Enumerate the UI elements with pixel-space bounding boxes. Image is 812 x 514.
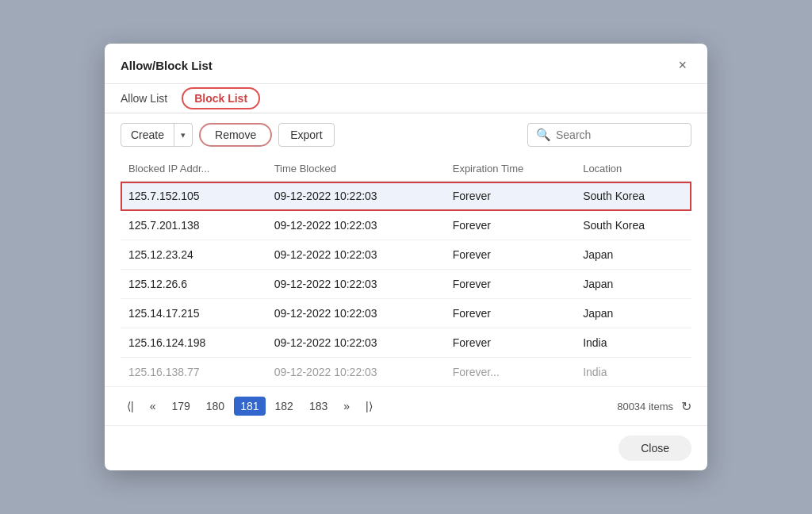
table-row[interactable]: 125.16.138.7709-12-2022 10:22:03Forever.…: [121, 358, 691, 387]
cell-ip: 125.16.138.77: [121, 358, 266, 387]
table-header: Blocked IP Addr... Time Blocked Expirati…: [121, 156, 691, 182]
cell-time_blocked: 09-12-2022 10:22:03: [266, 211, 445, 240]
search-input[interactable]: [556, 128, 683, 141]
tabs-row: Allow List Block List: [105, 84, 707, 113]
create-dropdown-arrow[interactable]: ▾: [174, 125, 192, 145]
pagination: ⟨| « 179 180 181 182 183 » |⟩ 80034 item…: [105, 386, 707, 425]
page-first-button[interactable]: ⟨|: [121, 397, 140, 416]
table-row[interactable]: 125.12.23.2409-12-2022 10:22:03ForeverJa…: [121, 240, 691, 270]
cell-location: Japan: [575, 299, 691, 328]
cell-time_blocked: 09-12-2022 10:22:03: [266, 328, 445, 358]
table-row[interactable]: 125.16.124.19809-12-2022 10:22:03Forever…: [121, 328, 691, 358]
cell-expiration: Forever...: [445, 358, 575, 387]
page-prev-prev-button[interactable]: «: [144, 397, 163, 416]
cell-time_blocked: 09-12-2022 10:22:03: [266, 270, 445, 299]
page-182-button[interactable]: 182: [269, 397, 300, 416]
cell-time_blocked: 09-12-2022 10:22:03: [266, 182, 445, 211]
page-next-next-button[interactable]: »: [337, 397, 356, 416]
cell-location: India: [575, 358, 691, 387]
cell-time_blocked: 09-12-2022 10:22:03: [266, 299, 445, 328]
page-183-button[interactable]: 183: [303, 397, 334, 416]
cell-location: South Korea: [575, 182, 691, 211]
cell-expiration: Forever: [445, 328, 575, 358]
footer-close-button[interactable]: Close: [619, 435, 691, 461]
cell-ip: 125.7.152.105: [121, 182, 266, 211]
create-button[interactable]: Create ▾: [121, 123, 193, 147]
cell-ip: 125.7.201.138: [121, 211, 266, 240]
cell-location: South Korea: [575, 211, 691, 240]
cell-ip: 125.12.26.6: [121, 270, 266, 299]
tab-allow-list[interactable]: Allow List: [121, 84, 175, 113]
cell-location: India: [575, 328, 691, 358]
cell-expiration: Forever: [445, 299, 575, 328]
cell-location: Japan: [575, 270, 691, 299]
cell-time_blocked: 09-12-2022 10:22:03: [266, 240, 445, 270]
search-icon: 🔍: [536, 128, 551, 142]
export-button[interactable]: Export: [278, 123, 334, 147]
block-list-table: Blocked IP Addr... Time Blocked Expirati…: [121, 156, 691, 386]
close-icon[interactable]: ×: [673, 56, 691, 74]
create-label[interactable]: Create: [121, 124, 174, 146]
toolbar: Create ▾ Remove Export 🔍: [105, 113, 707, 156]
cell-expiration: Forever: [445, 270, 575, 299]
table-wrap: Blocked IP Addr... Time Blocked Expirati…: [105, 156, 707, 386]
modal-footer: Close: [105, 425, 707, 470]
page-last-button[interactable]: |⟩: [359, 397, 379, 416]
page-181-button[interactable]: 181: [234, 397, 265, 416]
page-180-button[interactable]: 180: [200, 397, 231, 416]
table-body: 125.7.152.10509-12-2022 10:22:03ForeverS…: [121, 182, 691, 387]
cell-time_blocked: 09-12-2022 10:22:03: [266, 358, 445, 387]
col-location: Location: [575, 156, 691, 182]
modal-overlay: Allow/Block List × Allow List Block List…: [0, 0, 812, 514]
items-count: 80034 items: [617, 401, 673, 412]
cell-expiration: Forever: [445, 240, 575, 270]
search-box: 🔍: [527, 123, 691, 147]
table-row[interactable]: 125.7.152.10509-12-2022 10:22:03ForeverS…: [121, 182, 691, 211]
refresh-button[interactable]: ↻: [681, 399, 691, 414]
cell-ip: 125.12.23.24: [121, 240, 266, 270]
cell-expiration: Forever: [445, 211, 575, 240]
table-row[interactable]: 125.14.17.21509-12-2022 10:22:03ForeverJ…: [121, 299, 691, 328]
remove-button[interactable]: Remove: [199, 123, 272, 147]
cell-expiration: Forever: [445, 182, 575, 211]
modal-header: Allow/Block List ×: [105, 44, 707, 84]
cell-location: Japan: [575, 240, 691, 270]
col-time-blocked: Time Blocked: [266, 156, 445, 182]
col-expiration: Expiration Time: [445, 156, 575, 182]
tab-block-list-wrap: Block List: [182, 87, 260, 109]
page-179-button[interactable]: 179: [165, 397, 196, 416]
table-row[interactable]: 125.7.201.13809-12-2022 10:22:03ForeverS…: [121, 211, 691, 240]
cell-ip: 125.14.17.215: [121, 299, 266, 328]
table-row[interactable]: 125.12.26.609-12-2022 10:22:03ForeverJap…: [121, 270, 691, 299]
tab-block-list[interactable]: Block List: [182, 87, 260, 109]
allow-block-list-modal: Allow/Block List × Allow List Block List…: [105, 44, 707, 470]
col-ip: Blocked IP Addr...: [121, 156, 266, 182]
modal-title: Allow/Block List: [121, 59, 213, 72]
cell-ip: 125.16.124.198: [121, 328, 266, 358]
